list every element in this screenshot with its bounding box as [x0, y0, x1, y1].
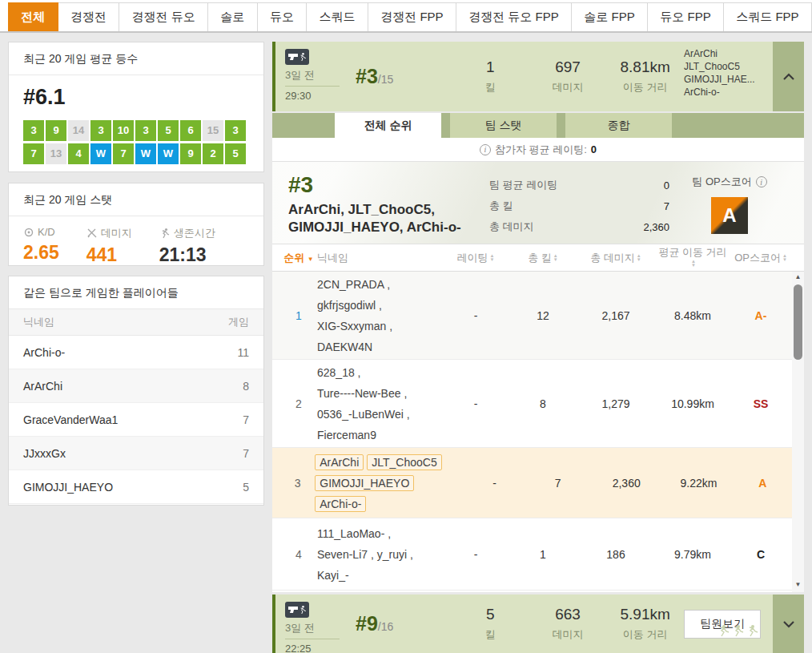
placement-badge: 3	[23, 120, 44, 141]
chevron-up-icon	[782, 73, 795, 81]
info-icon[interactable]: i	[756, 176, 767, 187]
teammate-row[interactable]: ArArChi 8	[9, 369, 263, 403]
tpp-mode-icon	[285, 602, 309, 618]
participant-rating-note: i 참가자 평균 레이팅: 0	[272, 138, 804, 162]
scroll-up-arrow-icon[interactable]: ▲	[792, 272, 804, 283]
match-time-block: 3일 전 22:25	[275, 595, 356, 653]
match-damage: 663 데미지	[529, 606, 607, 642]
scrollbar-thumb[interactable]	[794, 284, 802, 360]
placement-badge: 7	[23, 143, 44, 164]
recent-stats-title: 최근 20 게임 스탯	[9, 183, 263, 216]
match-distance: 5.91km 이동 거리	[606, 606, 684, 642]
mode-tab-solo[interactable]: 솔로	[208, 2, 258, 31]
placement-badge: 5	[225, 143, 246, 164]
placement-badge: 6	[180, 120, 201, 141]
mode-tab-ranked-duo-fpp[interactable]: 경쟁전 듀오 FPP	[456, 2, 572, 31]
placement-badge: 3	[90, 120, 111, 141]
sort-opscore-column[interactable]: OP스코어▲▼	[730, 251, 792, 265]
runner-icon	[159, 228, 171, 239]
running-figures-icon	[718, 623, 759, 637]
player-chip[interactable]: ArChi-o-	[315, 496, 366, 512]
sort-distance-column[interactable]: 평균 이동 거리▲▼	[656, 247, 730, 269]
mode-tab-ranked[interactable]: 경쟁전	[58, 2, 120, 31]
row-rating: -	[441, 309, 510, 322]
match-detail-tabs: 전체 순위 팀 스탯 종합	[272, 113, 804, 138]
sort-both-icon: ▲▼	[490, 254, 495, 262]
placement-badges: 3 9 14 3 10 3 5 6 15 3 7 13 4 W 7 W W 9 …	[23, 120, 249, 167]
row-damage: 186	[576, 548, 656, 561]
teammates-card: 같은 팀으로 게임한 플레이어들 닉네임 게임 ArChi-o- 11 ArAr…	[8, 276, 264, 506]
teammate-row[interactable]: GIMOJJI_HAEYO 5	[9, 470, 263, 504]
player-chip[interactable]: GIMOJJI_HAEYO	[315, 475, 414, 491]
row-kills: 7	[527, 477, 589, 490]
placement-badge: 14	[68, 120, 89, 141]
teammate-name[interactable]: JJxxxGx	[23, 447, 66, 460]
row-player-names[interactable]: 2CN_PRADA , gkfrjsgodiwl , XIG-Sxxyman ,…	[317, 274, 441, 357]
team-avg-rating-label: 팀 평균 레이팅	[489, 178, 557, 192]
teammate-name[interactable]: GraceVanderWaa1	[23, 413, 118, 426]
row-kills: 12	[510, 309, 576, 322]
table-scrollbar[interactable]: ▲ ▼	[792, 272, 804, 592]
sort-rank-column[interactable]: 순위 ▼	[280, 251, 317, 265]
row-player-names[interactable]: 111_LaoMao- , Seven-Li7 , y_ruyi , Kayi_…	[317, 523, 441, 586]
row-rank: 4	[280, 548, 317, 561]
team-total-damage-label: 총 데미지	[489, 220, 534, 234]
mode-tab-squad-fpp[interactable]: 스쿼드 FPP	[724, 2, 812, 31]
recent-stats-card: 최근 20 게임 스탯 K/D 2.65 데미지 441 생존시간 21:13	[8, 183, 264, 266]
tab-overall-ranking[interactable]: 전체 순위	[335, 113, 441, 138]
teammate-games: 11	[237, 346, 249, 359]
info-icon[interactable]: i	[480, 144, 491, 155]
expand-match-button[interactable]	[773, 595, 804, 653]
view-teammates-button[interactable]: 팀원보기	[684, 610, 761, 639]
mode-tab-ranked-fpp[interactable]: 경쟁전 FPP	[368, 2, 456, 31]
mode-tab-all[interactable]: 전체	[8, 2, 58, 31]
tab-summary[interactable]: 종합	[565, 113, 672, 138]
sort-kills-column[interactable]: 총 킬▲▼	[510, 251, 576, 265]
teammate-row[interactable]: ArChi-o- 11	[9, 336, 263, 369]
teammate-row[interactable]: JJxxxGx 7	[9, 437, 263, 470]
row-distance: 9.22km	[664, 478, 733, 489]
placement-badge: 3	[225, 120, 246, 141]
player-chip[interactable]: ArArChi	[315, 454, 364, 470]
stat-damage-value: 441	[86, 244, 132, 266]
placement-badge: 7	[113, 143, 134, 164]
row-distance: 10.99km	[656, 398, 730, 409]
placement-badge: W	[135, 143, 156, 164]
row-rating: -	[441, 548, 510, 561]
scroll-down-arrow-icon[interactable]: ▼	[792, 579, 804, 591]
teammate-name[interactable]: ArChi-o-	[23, 346, 65, 359]
match-rank-number: #3	[356, 65, 378, 88]
teammate-name[interactable]: GIMOJJI_HAEYO	[23, 481, 113, 494]
match-time-ago: 3일 전	[285, 68, 356, 83]
row-kills: 8	[510, 397, 576, 410]
ranking-table-body: 1 2CN_PRADA , gkfrjsgodiwl , XIG-Sxxyman…	[272, 272, 804, 592]
mode-tab-duo[interactable]: 듀오	[258, 2, 308, 31]
teammate-name[interactable]: ArArChi	[23, 380, 62, 393]
mode-tab-ranked-duo[interactable]: 경쟁전 듀오	[119, 2, 208, 31]
player-chip[interactable]: JLT_ChooC5	[367, 454, 441, 470]
match-kills: 1 킬	[452, 58, 529, 95]
ranking-row-1: 1 2CN_PRADA , gkfrjsgodiwl , XIG-Sxxyman…	[272, 272, 804, 360]
avg-rank-value: #6.1	[23, 85, 249, 110]
tab-team-stats[interactable]: 팀 스탯	[450, 113, 557, 138]
match-card-collapsed: 3일 전 22:25 #9 /16 5 킬 663 데미지 5.91km 이동 …	[272, 595, 804, 653]
mode-tab-solo-fpp[interactable]: 솔로 FPP	[572, 2, 648, 31]
team-member-name: ArArChi	[684, 47, 773, 60]
avg-rank-title: 최근 20 게임 평균 등수	[9, 42, 263, 75]
team-member-name: JLT_ChooC5	[684, 60, 773, 73]
team-total-kills-value: 7	[664, 200, 669, 212]
row-player-names[interactable]: 628_18 , Ture----New-Bee , 0536_-LuBenWe…	[317, 362, 441, 445]
match-rank: #3 /15	[356, 42, 452, 111]
collapse-match-button[interactable]	[773, 42, 804, 111]
teammate-games: 8	[243, 380, 249, 393]
row-rank: 3	[280, 477, 315, 490]
sort-damage-column[interactable]: 총 데미지▲▼	[576, 251, 656, 265]
mode-tab-squad[interactable]: 스쿼드	[307, 2, 368, 31]
teammate-row[interactable]: GraceVanderWaa1 7	[9, 403, 263, 437]
stat-kd-value: 2.65	[23, 242, 59, 264]
teammates-header: 닉네임 게임	[9, 309, 263, 336]
row-damage: 1,279	[576, 397, 656, 410]
sort-rating-column[interactable]: 레이팅▲▼	[441, 251, 510, 265]
mode-tab-duo-fpp[interactable]: 듀오 FPP	[648, 2, 724, 31]
participant-rating-value: 0	[591, 143, 597, 155]
